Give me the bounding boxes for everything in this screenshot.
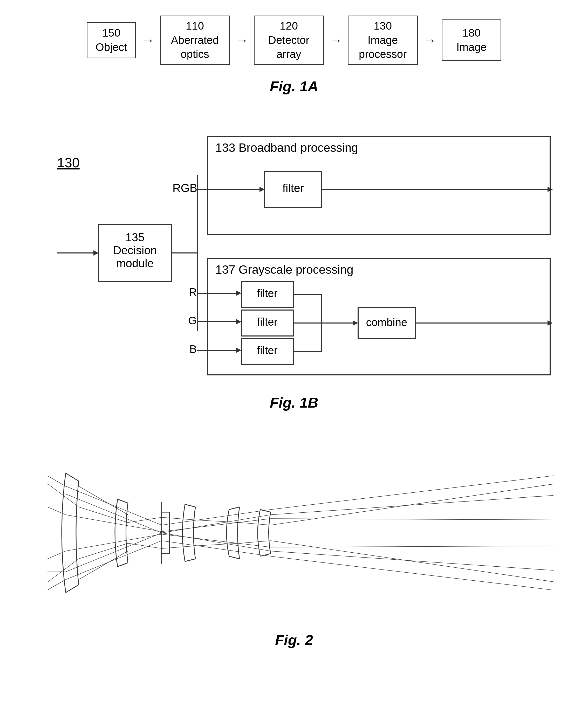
svg-line-82: [271, 541, 554, 585]
fig1a-container: 150 Object → 110 Aberrated optics → 120 …: [21, 16, 567, 95]
fig1a-diagram: 150 Object → 110 Aberrated optics → 120 …: [87, 16, 501, 65]
svg-line-92: [66, 534, 162, 551]
fig2-caption: Fig. 2: [275, 631, 313, 648]
svg-line-58: [66, 494, 162, 533]
svg-text:filter: filter: [257, 287, 277, 299]
svg-text:135: 135: [125, 231, 144, 243]
svg-line-83: [47, 580, 66, 590]
svg-text:filter: filter: [282, 181, 304, 194]
svg-line-72: [47, 476, 66, 486]
svg-line-84: [66, 541, 162, 580]
arrow-1: →: [141, 33, 155, 48]
arrow-3: →: [329, 33, 342, 48]
svg-text:RGB: RGB: [172, 181, 197, 194]
svg-line-71: [271, 481, 554, 525]
label-130: 130: [57, 155, 80, 170]
svg-line-45: [185, 559, 195, 561]
svg-text:combine: combine: [366, 316, 407, 328]
svg-line-37: [66, 473, 79, 481]
block-120-label: 120 Detector array: [268, 19, 310, 62]
svg-marker-1: [93, 250, 99, 256]
svg-line-94: [271, 546, 554, 547]
svg-line-40: [118, 563, 128, 566]
svg-text:module: module: [116, 257, 154, 270]
arrow-2: →: [235, 33, 249, 48]
svg-line-88: [66, 515, 162, 532]
svg-text:133 Broadband processing: 133 Broadband processing: [215, 141, 358, 154]
svg-text:B: B: [189, 343, 197, 355]
block-110: 110 Aberrated optics: [160, 16, 230, 65]
fig2-svg: [35, 442, 554, 624]
svg-line-90: [271, 519, 554, 520]
block-130: 130 Image processor: [348, 16, 418, 65]
svg-line-70: [239, 522, 271, 525]
fig1b-caption: Fig. 1B: [270, 394, 318, 411]
svg-line-91: [47, 551, 66, 559]
svg-line-93: [162, 534, 271, 547]
fig1b-container: 130 135 Decision module 133 Broadband pr…: [21, 115, 567, 411]
fig2-container: Fig. 2: [21, 442, 567, 648]
svg-line-39: [118, 499, 128, 503]
svg-line-62: [66, 533, 162, 572]
svg-line-86: [271, 556, 554, 593]
fig2-diagram: [35, 442, 554, 624]
svg-text:Decision: Decision: [113, 244, 157, 257]
svg-line-81: [239, 541, 271, 543]
block-150: 150 Object: [87, 22, 136, 58]
block-180-label: 180 Image: [457, 26, 487, 54]
svg-line-89: [162, 519, 271, 532]
block-110-label: 110 Aberrated optics: [171, 19, 219, 62]
svg-text:G: G: [188, 315, 197, 327]
block-120: 120 Detector array: [254, 16, 324, 65]
block-150-label: 150 Object: [96, 26, 127, 54]
svg-text:filter: filter: [257, 344, 277, 357]
svg-text:filter: filter: [257, 316, 277, 328]
svg-line-73: [66, 486, 162, 525]
block-130-label: 130 Image processor: [359, 19, 406, 62]
svg-text:R: R: [189, 286, 197, 298]
svg-line-38: [66, 585, 79, 593]
page: 150 Object → 110 Aberrated optics → 120 …: [21, 16, 567, 648]
svg-line-44: [185, 505, 195, 507]
fig1b-svg: 130 135 Decision module 133 Broadband pr…: [42, 115, 586, 388]
svg-line-75: [271, 473, 554, 510]
arrow-4: →: [423, 33, 437, 48]
block-180: 180 Image: [442, 19, 501, 61]
svg-line-46: [229, 507, 239, 510]
svg-text:137 Grayscale processing: 137 Grayscale processing: [215, 263, 353, 276]
svg-line-47: [229, 556, 239, 559]
svg-line-87: [47, 507, 66, 515]
fig1a-caption: Fig. 1A: [270, 78, 318, 95]
